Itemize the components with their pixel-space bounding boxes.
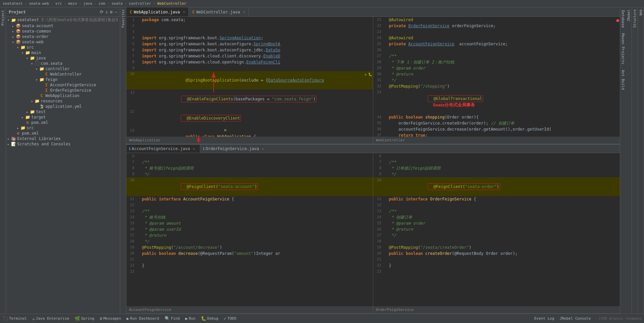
tree-label: main <box>31 50 41 55</box>
xml-icon: m <box>15 131 21 136</box>
maven-panel-label[interactable]: Maven Projects <box>620 31 626 67</box>
tree-item-target[interactable]: ▸ 📁 target <box>6 114 120 120</box>
library-icon: 📚 <box>11 136 16 141</box>
run-icon: ▶ <box>185 316 188 321</box>
tab-webapplication[interactable]: C WebApplication.java × <box>126 7 189 16</box>
run-icon[interactable]: ▶ <box>365 72 367 78</box>
top-tabs-row: C WebApplication.java × C WebController.… <box>126 7 620 17</box>
tab-webcontroller[interactable]: C WebController.java × <box>189 7 249 16</box>
code-line: 9 */ <box>373 171 620 177</box>
tree-item-com-seata[interactable]: ▾ ⬛ com.seata <box>6 61 120 66</box>
tree-item-main[interactable]: ▾ 📁 main <box>6 50 120 55</box>
jrebel-console-btn[interactable]: JRebel Console <box>560 316 591 321</box>
tab-account-feign[interactable]: ℹ AccountFeignService.java × <box>126 145 200 153</box>
code-line: 18 <box>373 238 620 244</box>
breadcrumb-src[interactable]: src <box>55 1 62 6</box>
code-line: 1 package com.seata; <box>126 17 373 23</box>
tree-item-seata-order[interactable]: ▸ 📦 seata-order <box>6 34 120 39</box>
favorites-label[interactable]: Favorites <box>121 7 126 30</box>
java-enterprise-btn[interactable]: ☕ Java Enterprise <box>32 316 69 321</box>
tree-item-seata-web[interactable]: ▾ 📦 seata-web <box>6 39 120 45</box>
collapse-icon[interactable]: ⇕ <box>105 9 108 14</box>
tree-item-pom-root[interactable]: m pom.xml <box>6 131 120 136</box>
run-dashboard-btn[interactable]: ▶ Run Dashboard <box>127 316 159 321</box>
breadcrumb-seata[interactable]: seata <box>112 1 123 6</box>
debug-btn[interactable]: 🐛 Debug <box>201 316 218 321</box>
expand-arrow: ▸ <box>25 110 30 114</box>
tree-item-webapplication[interactable]: C WebApplication <box>6 93 120 98</box>
tree-item-seata-common[interactable]: ▸ 📦 seata-common <box>6 29 120 34</box>
database-panel-label[interactable]: Database <box>620 7 626 31</box>
editor-scroll-account[interactable]: 6 7 /** 8 * 账号接口feign远程调用 <box>126 153 373 306</box>
breadcrumb-com[interactable]: com <box>98 1 105 6</box>
editor-scroll[interactable]: 1 package com.seata; 2 3 <box>126 17 373 137</box>
ant-panel-label[interactable]: Ant Build <box>620 67 626 93</box>
tree-item-seatatest[interactable]: ▾ 📁 seatatest E:\阿里Seata分布式事务实战课程(集合S <box>6 17 120 23</box>
project-tab[interactable]: Project <box>0 7 6 28</box>
tab-close[interactable]: × <box>262 147 264 151</box>
tree-item-webcontroller[interactable]: C WebController <box>6 72 120 77</box>
tab-order-feign[interactable]: ℹ OrderFeignService.java × <box>200 145 267 153</box>
tab-close-btn[interactable]: × <box>243 10 245 14</box>
breadcrumb-main[interactable]: main <box>68 1 77 6</box>
breadcrumb-java[interactable]: java <box>83 1 92 6</box>
sync-icon[interactable]: ⟳ <box>100 9 103 14</box>
event-log-btn[interactable]: Event Log <box>534 316 554 321</box>
sidebar-title: Project <box>9 10 26 14</box>
editor-scroll-order[interactable]: 6 7 /** 8 * 订单接口feign远程调用 <box>373 153 620 306</box>
jrebel-label[interactable]: JRebel <box>626 7 631 24</box>
folder-icon: 📁 <box>25 115 30 120</box>
code-line: 2 <box>126 23 373 29</box>
tree-label: src <box>27 126 34 130</box>
tree-item-orderfeign[interactable]: I OrderFeignService <box>6 88 120 93</box>
breadcrumb-controller[interactable]: controller <box>129 1 151 6</box>
tree-item-scratches[interactable]: ▸ 📝 Scratches and Consoles <box>6 141 120 147</box>
tree-item-java[interactable]: ▾ 📁 java <box>6 55 120 61</box>
tree-item-feign[interactable]: ▾ 📁 feign <box>6 77 120 82</box>
editor-scroll-right[interactable]: 21 @Autowired 22 private OrderFeignServi… <box>373 17 620 137</box>
todo-label: TODO <box>227 316 237 321</box>
terminal-btn[interactable]: ⬛ Terminal <box>3 316 27 321</box>
code-line: 10 @FeignClient("seata-account") <box>126 177 373 196</box>
settings-icon[interactable]: ⚙ <box>110 9 113 14</box>
breadcrumb-webcontroller[interactable]: WebController <box>157 1 186 6</box>
breadcrumb-module[interactable]: seata-web <box>29 1 49 6</box>
tree-item-pom-web[interactable]: m pom.xml <box>6 120 120 125</box>
tree-label: target <box>31 115 46 120</box>
tree-item-src-root[interactable]: ▸ 📁 src <box>6 125 120 131</box>
tree-item-seata-account[interactable]: ▸ 📦 seata-account <box>6 23 120 29</box>
debug-icon[interactable]: 🐛 <box>368 72 372 78</box>
tree-item-resources[interactable]: ▾ 📁 resources <box>6 98 120 104</box>
error-indicator: ● <box>616 17 619 23</box>
tab-close[interactable]: × <box>192 147 195 151</box>
web-label[interactable]: Web <box>638 7 643 17</box>
messages-btn[interactable]: ≡ Messages <box>100 316 121 321</box>
structure-label[interactable]: Structure <box>632 7 637 30</box>
yaml-icon: 🍃 <box>39 104 44 109</box>
favorites-bar: Favorites <box>120 7 126 314</box>
todo-btn[interactable]: ✓ TODO <box>224 316 236 321</box>
java-iface-icon: I <box>44 88 49 93</box>
code-line: 31 */ <box>373 77 620 83</box>
close-sidebar-icon[interactable]: — <box>115 9 117 14</box>
tab-file-icon: C <box>130 10 132 14</box>
tree-item-test[interactable]: ▸ 📁 test <box>6 109 120 114</box>
find-btn[interactable]: 🔍 Find <box>165 316 180 321</box>
code-area-webapplication: 1 package com.seata; 2 3 <box>126 17 373 137</box>
module-icon: 📦 <box>15 24 21 28</box>
spring-btn[interactable]: 🌿 Spring <box>75 316 94 321</box>
expand-arrow: ▾ <box>6 18 11 22</box>
tree-item-external-libraries[interactable]: ▸ 📚 External Libraries <box>6 136 120 141</box>
tree-item-src[interactable]: ▾ 📁 src <box>6 45 120 50</box>
tree-item-controller[interactable]: ▾ 📁 controller <box>6 66 120 72</box>
tree-label: com.seata <box>41 61 62 66</box>
tree-item-application-yml[interactable]: 🍃 application.yml <box>6 104 120 109</box>
tree-item-accountfeign[interactable]: I AccountFeignService <box>6 82 120 88</box>
code-line: 8 * 账号接口feign远程调用 <box>126 165 373 171</box>
code-line: 13 /** <box>126 208 373 214</box>
run-btn[interactable]: ▶ Run <box>185 316 196 321</box>
left-panel-tabs: Project <box>0 7 6 314</box>
expand-arrow: ▸ <box>6 142 11 146</box>
tab-close-btn[interactable]: × <box>183 10 185 14</box>
folder-icon: 📁 <box>34 99 40 103</box>
